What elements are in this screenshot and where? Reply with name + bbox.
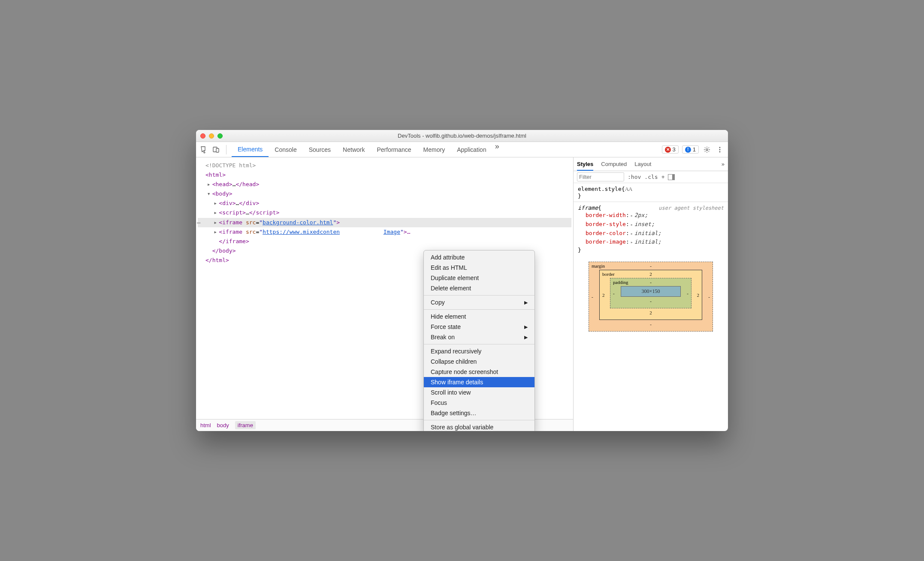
menu-item-hide-element[interactable]: Hide element [424,311,534,322]
menu-item-edit-as-html[interactable]: Edit as HTML [424,262,534,273]
tab-styles[interactable]: Styles [577,161,593,171]
more-icon[interactable] [715,145,725,154]
doctype-node: <!DOCTYPE html> [205,162,256,169]
tab-performance[interactable]: Performance [371,142,417,157]
menu-item-duplicate-element[interactable]: Duplicate element [424,273,534,283]
styles-pane: Styles Computed Layout » :hov .cls + ele… [574,157,728,431]
menu-item-add-attribute[interactable]: Add attribute [424,252,534,262]
inspect-icon[interactable] [199,145,209,154]
menu-item-break-on[interactable]: Break on▶ [424,332,534,342]
menu-item-copy[interactable]: Copy▶ [424,297,534,308]
menu-item-capture-node-screenshot[interactable]: Capture node screenshot [424,367,534,377]
errors-count: 3 [673,146,676,153]
settings-icon[interactable] [702,145,712,154]
devtools-window: DevTools - wolfib.github.io/web-demos/js… [196,130,728,431]
svg-rect-1 [216,148,219,152]
styles-tabs-overflow-icon[interactable]: » [722,161,725,167]
hov-toggle[interactable]: :hov [628,174,641,180]
tab-application[interactable]: Application [451,142,492,157]
new-rule-button[interactable]: + [661,174,665,180]
svg-point-3 [719,147,721,148]
tab-elements[interactable]: Elements [232,142,269,157]
menu-item-focus[interactable]: Focus [424,398,534,408]
svg-point-4 [719,149,721,150]
context-menu: Add attributeEdit as HTMLDuplicate eleme… [423,250,535,431]
tab-layout[interactable]: Layout [634,161,651,167]
sidebar-toggle-icon[interactable] [668,174,675,180]
tab-computed[interactable]: Computed [601,161,627,167]
menu-item-store-as-global-variable[interactable]: Store as global variable [424,422,534,431]
box-model-content: 300×150 [621,286,681,297]
panel-tabs: Elements Console Sources Network Perform… [232,142,502,157]
menu-item-collapse-children[interactable]: Collapse children [424,356,534,367]
svg-point-5 [719,151,721,152]
svg-point-2 [706,148,708,150]
menu-item-force-state[interactable]: Force state▶ [424,322,534,332]
tab-sources[interactable]: Sources [303,142,337,157]
tabs-overflow-icon[interactable]: » [492,142,502,157]
menu-item-expand-recursively[interactable]: Expand recursively [424,346,534,356]
cls-toggle[interactable]: .cls [644,174,658,180]
styles-filter-row: :hov .cls + [574,171,728,183]
styles-filter-input[interactable] [577,172,624,181]
menu-item-delete-element[interactable]: Delete element [424,283,534,293]
styles-rules[interactable]: element.style {AA } iframe {user agent s… [574,183,728,431]
breadcrumb-body[interactable]: body [217,422,229,428]
issues-count: 1 [693,146,696,153]
tab-memory[interactable]: Memory [417,142,451,157]
breadcrumb-html[interactable]: html [200,422,211,428]
errors-badge[interactable]: ✕3 [662,145,679,154]
breadcrumb-iframe[interactable]: iframe [235,421,256,429]
menu-item-scroll-into-view[interactable]: Scroll into view [424,387,534,398]
titlebar: DevTools - wolfib.github.io/web-demos/js… [196,130,728,142]
main-toolbar: Elements Console Sources Network Perform… [196,142,728,157]
tab-console[interactable]: Console [269,142,302,157]
issues-badge[interactable]: !1 [682,145,699,154]
window-title: DevTools - wolfib.github.io/web-demos/js… [196,133,728,139]
font-size-icon[interactable]: AA [625,186,632,193]
menu-item-show-iframe-details[interactable]: Show iframe details [424,377,534,387]
box-model-diagram[interactable]: margin - - - border 2 2 2 padding - [589,262,713,332]
menu-item-badge-settings-[interactable]: Badge settings… [424,408,534,418]
tab-network[interactable]: Network [337,142,371,157]
selected-iframe-node[interactable]: <iframe src="background-color.html"> [198,218,571,227]
device-toggle-icon[interactable] [211,145,221,154]
styles-tabs: Styles Computed Layout » [574,157,728,171]
